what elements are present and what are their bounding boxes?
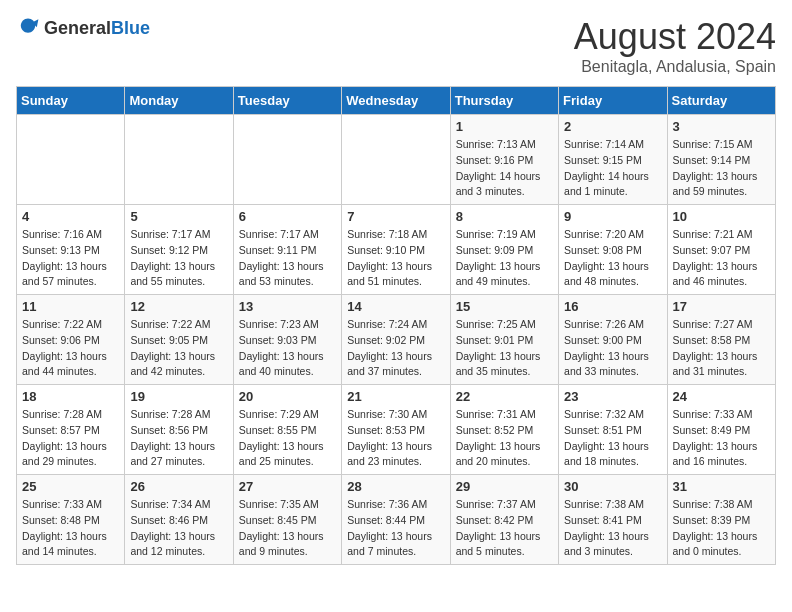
calendar-cell: 3Sunrise: 7:15 AM Sunset: 9:14 PM Daylig… <box>667 115 775 205</box>
calendar-cell: 30Sunrise: 7:38 AM Sunset: 8:41 PM Dayli… <box>559 475 667 565</box>
day-info: Sunrise: 7:31 AM Sunset: 8:52 PM Dayligh… <box>456 407 553 470</box>
day-info: Sunrise: 7:36 AM Sunset: 8:44 PM Dayligh… <box>347 497 444 560</box>
day-info: Sunrise: 7:14 AM Sunset: 9:15 PM Dayligh… <box>564 137 661 200</box>
header-monday: Monday <box>125 87 233 115</box>
day-info: Sunrise: 7:22 AM Sunset: 9:06 PM Dayligh… <box>22 317 119 380</box>
day-info: Sunrise: 7:18 AM Sunset: 9:10 PM Dayligh… <box>347 227 444 290</box>
calendar-cell: 23Sunrise: 7:32 AM Sunset: 8:51 PM Dayli… <box>559 385 667 475</box>
calendar-cell: 15Sunrise: 7:25 AM Sunset: 9:01 PM Dayli… <box>450 295 558 385</box>
day-number: 25 <box>22 479 119 494</box>
calendar-cell: 17Sunrise: 7:27 AM Sunset: 8:58 PM Dayli… <box>667 295 775 385</box>
day-info: Sunrise: 7:19 AM Sunset: 9:09 PM Dayligh… <box>456 227 553 290</box>
day-number: 16 <box>564 299 661 314</box>
day-info: Sunrise: 7:33 AM Sunset: 8:49 PM Dayligh… <box>673 407 770 470</box>
calendar-cell: 27Sunrise: 7:35 AM Sunset: 8:45 PM Dayli… <box>233 475 341 565</box>
day-info: Sunrise: 7:29 AM Sunset: 8:55 PM Dayligh… <box>239 407 336 470</box>
calendar-cell: 12Sunrise: 7:22 AM Sunset: 9:05 PM Dayli… <box>125 295 233 385</box>
calendar-cell <box>233 115 341 205</box>
logo-blue: Blue <box>111 18 150 38</box>
day-info: Sunrise: 7:26 AM Sunset: 9:00 PM Dayligh… <box>564 317 661 380</box>
day-number: 7 <box>347 209 444 224</box>
calendar-cell: 9Sunrise: 7:20 AM Sunset: 9:08 PM Daylig… <box>559 205 667 295</box>
day-number: 26 <box>130 479 227 494</box>
calendar-cell: 4Sunrise: 7:16 AM Sunset: 9:13 PM Daylig… <box>17 205 125 295</box>
header-sunday: Sunday <box>17 87 125 115</box>
day-info: Sunrise: 7:30 AM Sunset: 8:53 PM Dayligh… <box>347 407 444 470</box>
day-number: 20 <box>239 389 336 404</box>
page-subtitle: Benitagla, Andalusia, Spain <box>574 58 776 76</box>
logo: GeneralBlue <box>16 16 150 40</box>
day-info: Sunrise: 7:32 AM Sunset: 8:51 PM Dayligh… <box>564 407 661 470</box>
calendar-cell: 29Sunrise: 7:37 AM Sunset: 8:42 PM Dayli… <box>450 475 558 565</box>
calendar-cell: 8Sunrise: 7:19 AM Sunset: 9:09 PM Daylig… <box>450 205 558 295</box>
calendar-cell: 2Sunrise: 7:14 AM Sunset: 9:15 PM Daylig… <box>559 115 667 205</box>
day-info: Sunrise: 7:24 AM Sunset: 9:02 PM Dayligh… <box>347 317 444 380</box>
day-info: Sunrise: 7:25 AM Sunset: 9:01 PM Dayligh… <box>456 317 553 380</box>
day-number: 17 <box>673 299 770 314</box>
day-info: Sunrise: 7:38 AM Sunset: 8:41 PM Dayligh… <box>564 497 661 560</box>
day-info: Sunrise: 7:13 AM Sunset: 9:16 PM Dayligh… <box>456 137 553 200</box>
calendar-cell: 7Sunrise: 7:18 AM Sunset: 9:10 PM Daylig… <box>342 205 450 295</box>
calendar-week-3: 11Sunrise: 7:22 AM Sunset: 9:06 PM Dayli… <box>17 295 776 385</box>
day-number: 4 <box>22 209 119 224</box>
calendar-cell: 24Sunrise: 7:33 AM Sunset: 8:49 PM Dayli… <box>667 385 775 475</box>
day-number: 12 <box>130 299 227 314</box>
day-info: Sunrise: 7:37 AM Sunset: 8:42 PM Dayligh… <box>456 497 553 560</box>
calendar-cell: 16Sunrise: 7:26 AM Sunset: 9:00 PM Dayli… <box>559 295 667 385</box>
day-number: 18 <box>22 389 119 404</box>
day-number: 29 <box>456 479 553 494</box>
day-number: 30 <box>564 479 661 494</box>
calendar-cell: 22Sunrise: 7:31 AM Sunset: 8:52 PM Dayli… <box>450 385 558 475</box>
day-info: Sunrise: 7:17 AM Sunset: 9:12 PM Dayligh… <box>130 227 227 290</box>
day-info: Sunrise: 7:27 AM Sunset: 8:58 PM Dayligh… <box>673 317 770 380</box>
day-number: 9 <box>564 209 661 224</box>
day-number: 23 <box>564 389 661 404</box>
calendar-cell: 28Sunrise: 7:36 AM Sunset: 8:44 PM Dayli… <box>342 475 450 565</box>
calendar-cell: 25Sunrise: 7:33 AM Sunset: 8:48 PM Dayli… <box>17 475 125 565</box>
day-number: 11 <box>22 299 119 314</box>
calendar-cell: 19Sunrise: 7:28 AM Sunset: 8:56 PM Dayli… <box>125 385 233 475</box>
day-info: Sunrise: 7:38 AM Sunset: 8:39 PM Dayligh… <box>673 497 770 560</box>
calendar-header-row: SundayMondayTuesdayWednesdayThursdayFrid… <box>17 87 776 115</box>
day-number: 21 <box>347 389 444 404</box>
day-number: 28 <box>347 479 444 494</box>
logo-general: General <box>44 18 111 38</box>
calendar-cell: 11Sunrise: 7:22 AM Sunset: 9:06 PM Dayli… <box>17 295 125 385</box>
calendar-week-1: 1Sunrise: 7:13 AM Sunset: 9:16 PM Daylig… <box>17 115 776 205</box>
day-number: 2 <box>564 119 661 134</box>
header: GeneralBlue August 2024 Benitagla, Andal… <box>16 16 776 76</box>
day-info: Sunrise: 7:22 AM Sunset: 9:05 PM Dayligh… <box>130 317 227 380</box>
day-number: 13 <box>239 299 336 314</box>
calendar-cell: 5Sunrise: 7:17 AM Sunset: 9:12 PM Daylig… <box>125 205 233 295</box>
day-number: 8 <box>456 209 553 224</box>
calendar-cell <box>17 115 125 205</box>
calendar-cell: 31Sunrise: 7:38 AM Sunset: 8:39 PM Dayli… <box>667 475 775 565</box>
header-thursday: Thursday <box>450 87 558 115</box>
calendar-cell: 13Sunrise: 7:23 AM Sunset: 9:03 PM Dayli… <box>233 295 341 385</box>
calendar-week-4: 18Sunrise: 7:28 AM Sunset: 8:57 PM Dayli… <box>17 385 776 475</box>
day-info: Sunrise: 7:33 AM Sunset: 8:48 PM Dayligh… <box>22 497 119 560</box>
day-number: 19 <box>130 389 227 404</box>
day-number: 22 <box>456 389 553 404</box>
day-number: 14 <box>347 299 444 314</box>
day-info: Sunrise: 7:17 AM Sunset: 9:11 PM Dayligh… <box>239 227 336 290</box>
calendar-cell <box>125 115 233 205</box>
day-info: Sunrise: 7:20 AM Sunset: 9:08 PM Dayligh… <box>564 227 661 290</box>
day-number: 6 <box>239 209 336 224</box>
day-info: Sunrise: 7:21 AM Sunset: 9:07 PM Dayligh… <box>673 227 770 290</box>
day-number: 3 <box>673 119 770 134</box>
calendar-cell <box>342 115 450 205</box>
day-info: Sunrise: 7:16 AM Sunset: 9:13 PM Dayligh… <box>22 227 119 290</box>
calendar-cell: 20Sunrise: 7:29 AM Sunset: 8:55 PM Dayli… <box>233 385 341 475</box>
day-number: 31 <box>673 479 770 494</box>
day-info: Sunrise: 7:23 AM Sunset: 9:03 PM Dayligh… <box>239 317 336 380</box>
calendar-cell: 6Sunrise: 7:17 AM Sunset: 9:11 PM Daylig… <box>233 205 341 295</box>
day-info: Sunrise: 7:35 AM Sunset: 8:45 PM Dayligh… <box>239 497 336 560</box>
day-number: 15 <box>456 299 553 314</box>
day-info: Sunrise: 7:34 AM Sunset: 8:46 PM Dayligh… <box>130 497 227 560</box>
calendar-cell: 21Sunrise: 7:30 AM Sunset: 8:53 PM Dayli… <box>342 385 450 475</box>
header-friday: Friday <box>559 87 667 115</box>
calendar-week-5: 25Sunrise: 7:33 AM Sunset: 8:48 PM Dayli… <box>17 475 776 565</box>
header-tuesday: Tuesday <box>233 87 341 115</box>
day-number: 5 <box>130 209 227 224</box>
